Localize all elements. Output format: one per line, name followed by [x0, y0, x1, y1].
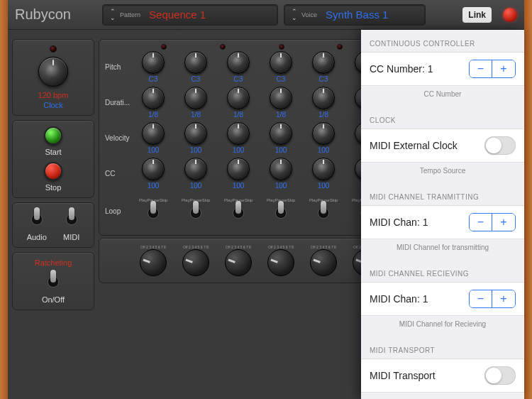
audio-label: Audio — [27, 233, 47, 241]
step-knob[interactable] — [270, 122, 292, 145]
step: 100 — [260, 158, 302, 190]
step-knob[interactable] — [312, 87, 335, 109]
step-knob[interactable] — [227, 122, 250, 145]
step: C3 — [217, 51, 260, 83]
step-value: C3 — [277, 75, 286, 83]
step-value: 1/8 — [318, 111, 328, 119]
step-knob[interactable] — [184, 122, 207, 145]
stepper-plus-button[interactable]: + — [492, 60, 515, 77]
step-knob[interactable] — [142, 158, 165, 180]
step-knob[interactable] — [142, 51, 165, 74]
tempo-label: 120 bpm — [38, 91, 69, 99]
tempo-knob[interactable] — [38, 57, 68, 87]
step-knob[interactable] — [270, 158, 292, 180]
stepper-minus-button[interactable]: − — [470, 290, 492, 307]
loop-step: PlayPauseSkip — [174, 198, 217, 224]
toggle-switch[interactable] — [484, 366, 516, 385]
step: 1/8 — [302, 87, 345, 119]
settings-section-footer: Tempo Source — [361, 163, 524, 183]
settings-row: MIDI Transport — [361, 359, 524, 393]
start-button[interactable] — [44, 126, 62, 145]
stop-label: Stop — [45, 183, 62, 192]
ratchet-selector-knob[interactable] — [225, 249, 252, 276]
settings-row: MIDI Chan: 1−+ — [361, 205, 524, 239]
voice-selector[interactable]: ⌃⌄ Voice Synth Bass 1 — [284, 4, 426, 26]
settings-row-label: MIDI Chan: 1 — [370, 293, 428, 305]
step-value: 100 — [148, 146, 160, 154]
settings-row: MIDI External Clock — [361, 129, 524, 163]
loop-toggle[interactable] — [232, 202, 245, 224]
ratchet-step: Off 2 3 4 5 6 7 8 — [260, 245, 302, 276]
left-column: 120 bpm Clock Start Stop Audio MIDI — [8, 30, 99, 399]
step-value: 100 — [190, 182, 202, 190]
audio-toggle[interactable] — [31, 209, 43, 230]
step-value: C3 — [149, 75, 158, 83]
stepper-minus-button[interactable]: − — [470, 60, 492, 77]
ratchet-selector-knob[interactable] — [310, 249, 337, 276]
loop-label: Loop — [104, 207, 132, 215]
midi-toggle[interactable] — [65, 209, 78, 230]
transport-section: Start Stop — [12, 120, 94, 198]
step-knob[interactable] — [312, 51, 335, 74]
step: 100 — [217, 122, 260, 154]
step: 1/8 — [217, 87, 260, 119]
step-knob[interactable] — [312, 158, 335, 180]
step-knob[interactable] — [227, 158, 250, 180]
step: 100 — [132, 122, 174, 154]
step-value: C3 — [319, 75, 328, 83]
step-knob[interactable] — [184, 87, 207, 109]
settings-row-label: CC Number: 1 — [370, 63, 433, 75]
step-knob[interactable] — [142, 122, 165, 145]
ratcheting-section: Ratcheting On/Off — [12, 252, 94, 310]
stop-button[interactable] — [44, 162, 62, 180]
ratchet-step: Off 2 3 4 5 6 7 8 — [132, 245, 174, 276]
ratcheting-toggle[interactable] — [47, 271, 60, 293]
clock-label: Clock — [43, 101, 63, 109]
row-label: Pitch — [104, 63, 132, 71]
row-label: Durati... — [104, 99, 132, 106]
step-value: 1/8 — [233, 111, 243, 119]
link-button[interactable]: Link — [462, 7, 492, 23]
ratchet-selector-knob[interactable] — [267, 249, 294, 276]
step-value: 1/8 — [276, 111, 286, 119]
step-knob[interactable] — [270, 87, 292, 109]
stepper-minus-button[interactable]: − — [470, 214, 492, 231]
loop-toggle[interactable] — [147, 202, 160, 224]
settings-section-footer: MIDI Channel for transmitting — [361, 239, 524, 260]
toggle-switch[interactable] — [484, 136, 516, 155]
record-led-icon[interactable] — [503, 8, 517, 22]
step-knob[interactable] — [184, 51, 207, 74]
start-label: Start — [45, 148, 61, 156]
stepper-plus-button[interactable]: + — [492, 214, 515, 231]
settings-row-label: MIDI Transport — [370, 370, 436, 381]
step-value: 100 — [275, 182, 287, 190]
loop-toggle[interactable] — [189, 202, 202, 224]
step-knob[interactable] — [227, 51, 250, 74]
step: C3 — [302, 51, 345, 83]
settings-panel[interactable]: CONTINUOUS CONTROLLERCC Number: 1−+CC Nu… — [361, 30, 524, 399]
stepper-plus-button[interactable]: + — [492, 290, 515, 307]
settings-section-header: MIDI CHANNEL TRANMITTING — [361, 183, 524, 205]
step-knob[interactable] — [142, 87, 165, 109]
step: 100 — [174, 158, 217, 190]
step: C3 — [174, 51, 217, 83]
step-knob[interactable] — [312, 122, 335, 145]
onoff-label: On/Off — [42, 295, 65, 304]
ratchet-selector-knob[interactable] — [182, 249, 209, 276]
row-label: Velocity — [104, 134, 132, 142]
ratchet-step: Off 2 3 4 5 6 7 8 — [302, 245, 345, 276]
settings-section-footer: CC Number — [361, 86, 524, 106]
pattern-selector[interactable]: ⌃⌄ Pattern Sequence 1 — [102, 4, 278, 26]
step-knob[interactable] — [184, 158, 207, 180]
step-knob[interactable] — [227, 87, 250, 109]
ratchet-selector-knob[interactable] — [140, 249, 167, 276]
step: 1/8 — [174, 87, 217, 119]
step-value: 1/8 — [191, 111, 201, 119]
step: C3 — [132, 51, 174, 83]
step: 100 — [302, 158, 345, 190]
settings-section-header: MIDI TRANSPORT — [361, 337, 524, 359]
loop-toggle[interactable] — [317, 202, 330, 224]
step-knob[interactable] — [270, 51, 292, 74]
loop-toggle[interactable] — [275, 202, 287, 224]
loop-step: PlayPauseSkip — [302, 198, 345, 224]
